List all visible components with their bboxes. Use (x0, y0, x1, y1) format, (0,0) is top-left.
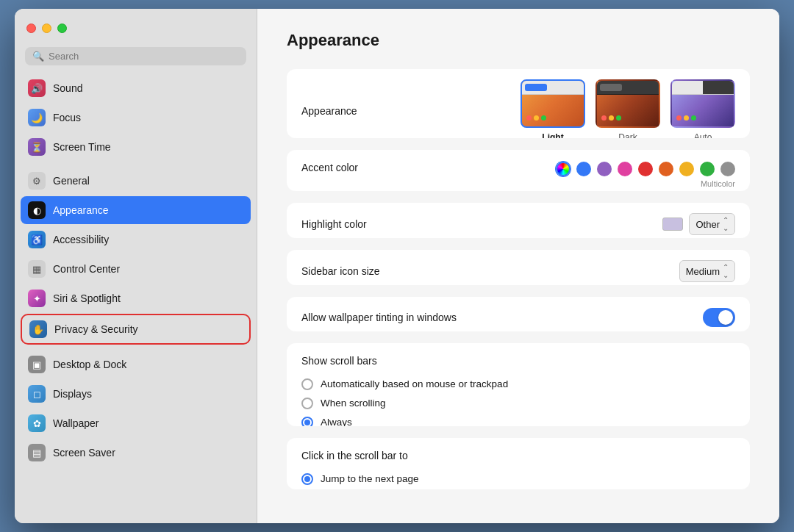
sidebar-item-label: Screen Time (53, 141, 111, 153)
sidebar-item-label: Desktop & Dock (53, 359, 126, 370)
sidebar-item-label: General (53, 175, 90, 187)
scroll-label-always: Always (321, 417, 352, 426)
focus-icon: 🌙 (28, 109, 46, 126)
scroll-option-auto[interactable]: Automatically based on mouse or trackpad (301, 378, 735, 390)
wallpaper-tinting-control (703, 308, 735, 327)
sidebar-item-label: Sound (53, 82, 82, 94)
accent-dot-gray[interactable] (720, 162, 735, 176)
sidebar: 🔍 🔊 Sound 🌙 Focus ⏳ Screen Time ⚙ (15, 9, 257, 523)
accent-color-options: Multicolor (556, 162, 735, 188)
wallpaper-tinting-toggle[interactable] (703, 308, 735, 327)
maximize-button[interactable] (57, 24, 67, 33)
page-title: Appearance (287, 31, 750, 50)
scroll-label-scrolling: When scrolling (321, 398, 386, 409)
system-preferences-window: 🔍 🔊 Sound 🌙 Focus ⏳ Screen Time ⚙ (15, 9, 779, 523)
privacy-icon: ✋ (29, 320, 47, 338)
scrollbars-section: Show scroll bars Automatically based on … (287, 343, 750, 426)
sidebar-item-label: Displays (53, 388, 92, 400)
show-scrollbars-label: Show scroll bars (287, 343, 750, 367)
appearance-thumb-dark (596, 79, 660, 128)
accent-dot-yellow[interactable] (679, 162, 694, 176)
minimize-button[interactable] (42, 24, 51, 33)
sidebar-item-focus[interactable]: 🌙 Focus (21, 104, 251, 132)
titlebar (15, 9, 257, 47)
sidebar-icon-control: Medium ⌃⌄ (679, 260, 735, 282)
controlcenter-icon: ▦ (28, 260, 46, 278)
accent-dot-blue[interactable] (576, 162, 591, 176)
click-option-jumppage[interactable]: Jump to the next page (301, 473, 735, 485)
accent-dot-pink[interactable] (618, 162, 632, 176)
highlight-select[interactable]: Other ⌃⌄ (689, 213, 735, 235)
appearance-row-label: Appearance (301, 105, 521, 117)
click-scrollbar-label: Click in the scroll bar to (287, 438, 750, 461)
screensaver-icon: ▤ (28, 444, 46, 461)
accent-dot-purple[interactable] (597, 162, 612, 176)
sidebar-item-screensaver[interactable]: ▤ Screen Saver (21, 439, 251, 467)
scroll-option-always[interactable]: Always (301, 417, 735, 426)
siri-icon: ✦ (28, 290, 46, 307)
appearance-section: Appearance Light (287, 69, 750, 138)
sidebar-item-general[interactable]: ⚙ General (21, 167, 251, 195)
appearance-options: Light Dark (521, 79, 735, 138)
search-bar[interactable]: 🔍 (25, 47, 246, 65)
scroll-radio-scrolling (301, 398, 313, 409)
scroll-radio-always (301, 417, 313, 426)
sidebar-item-sound[interactable]: 🔊 Sound (21, 74, 251, 102)
scroll-label-auto: Automatically based on mouse or trackpad (321, 378, 508, 389)
sidebar-item-accessibility[interactable]: ♿ Accessibility (21, 226, 251, 254)
click-label-jumppage: Jump to the next page (321, 473, 419, 484)
sidebar-item-label: Focus (53, 112, 81, 123)
accent-dot-orange[interactable] (659, 162, 673, 176)
sidebar-item-siri[interactable]: ✦ Siri & Spotlight (21, 284, 251, 312)
sidebar-item-controlcenter[interactable]: ▦ Control Center (21, 255, 251, 283)
close-button[interactable] (26, 24, 36, 33)
highlight-row: Highlight color Other ⌃⌄ (287, 203, 750, 238)
accent-color-row-dots (556, 162, 735, 176)
wallpaper-tinting-section: Allow wallpaper tinting in windows (287, 297, 750, 331)
desktop-icon: ▣ (28, 356, 46, 373)
sidebar-icon-section: Sidebar icon size Medium ⌃⌄ (287, 250, 750, 285)
highlight-control: Other ⌃⌄ (662, 213, 735, 235)
scroll-option-scrolling[interactable]: When scrolling (301, 398, 735, 409)
sidebar-icon-select[interactable]: Medium ⌃⌄ (679, 260, 735, 282)
sidebar-item-screentime[interactable]: ⏳ Screen Time (21, 133, 251, 161)
appearance-option-light[interactable]: Light (521, 79, 585, 138)
accent-dot-multicolor[interactable] (556, 162, 571, 176)
chevron-icon: ⌃⌄ (723, 263, 729, 279)
sidebar-icon-label: Sidebar icon size (301, 265, 679, 277)
accent-color-row: Accent color Multicolor (287, 150, 750, 191)
highlight-label: Highlight color (301, 218, 662, 230)
highlight-value: Other (695, 219, 720, 230)
sidebar-icon-row: Sidebar icon size Medium ⌃⌄ (287, 250, 750, 285)
accent-dot-green[interactable] (700, 162, 715, 176)
appearance-row: Appearance Light (287, 69, 750, 138)
sidebar-item-privacy[interactable]: ✋ Privacy & Security (21, 314, 251, 345)
click-scrollbar-section: Click in the scroll bar to Jump to the n… (287, 438, 750, 489)
scroll-radio-group: Automatically based on mouse or trackpad… (287, 367, 750, 426)
accent-dot-red[interactable] (638, 162, 653, 176)
sidebar-item-label: Control Center (53, 263, 120, 275)
sidebar-item-displays[interactable]: ◻ Displays (21, 380, 251, 408)
sidebar-item-label: Wallpaper (53, 417, 99, 429)
highlight-section: Highlight color Other ⌃⌄ (287, 203, 750, 238)
sidebar-item-desktop[interactable]: ▣ Desktop & Dock (21, 351, 251, 378)
accent-color-section: Accent color Multicolor (287, 150, 750, 191)
sidebar-item-label: Screen Saver (53, 447, 115, 459)
scroll-radio-auto (301, 378, 313, 390)
click-radio-group: Jump to the next page (287, 461, 750, 489)
accent-multicolor-label: Multicolor (701, 179, 735, 188)
sound-icon: 🔊 (28, 79, 46, 97)
appearance-label-auto: Auto (694, 132, 712, 138)
sidebar-item-label: Accessibility (53, 234, 109, 245)
sidebar-item-label: Privacy & Security (54, 323, 138, 335)
general-icon: ⚙ (28, 172, 46, 190)
search-icon: 🔍 (32, 51, 44, 62)
appearance-option-auto[interactable]: Auto (670, 79, 735, 138)
appearance-option-dark[interactable]: Dark (596, 79, 660, 138)
sidebar-item-appearance[interactable]: ◐ Appearance (21, 196, 251, 224)
search-input[interactable] (49, 51, 239, 62)
sidebar-item-wallpaper[interactable]: ✿ Wallpaper (21, 409, 251, 437)
accent-color-label: Accent color (301, 162, 556, 173)
appearance-thumb-light (521, 79, 585, 128)
accessibility-icon: ♿ (28, 231, 46, 248)
